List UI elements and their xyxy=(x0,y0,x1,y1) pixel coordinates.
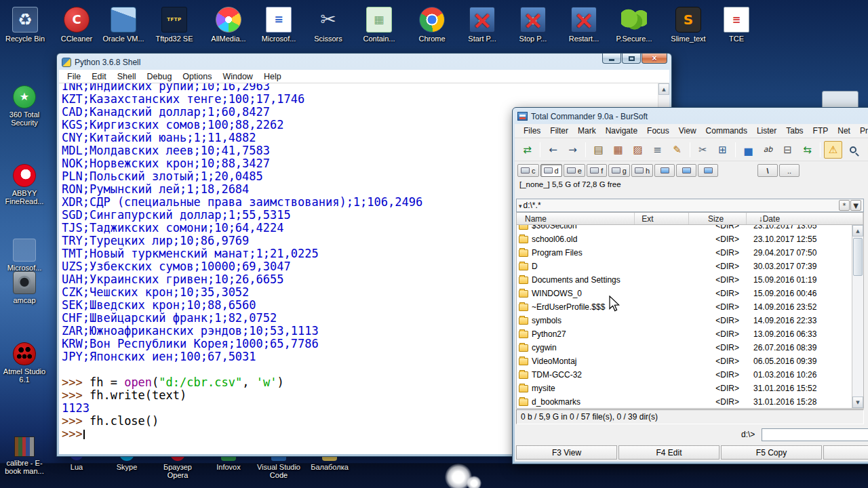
file-row[interactable]: symbols<DIR>14.09.2016 22:33 xyxy=(517,314,852,327)
drive-button-c[interactable]: c xyxy=(517,164,539,177)
menu-item-window[interactable]: Window xyxy=(217,72,258,81)
menu-item-commands[interactable]: Commands xyxy=(701,126,752,136)
drive-button-icon[interactable] xyxy=(676,164,696,177)
fkey-button-f3-view[interactable]: F3 View xyxy=(516,445,617,460)
unpack-icon[interactable]: ▨ xyxy=(629,141,647,159)
desktop-icon-p-secure[interactable]: P.Secure... xyxy=(610,7,658,43)
drive-button-icon[interactable] xyxy=(654,164,675,177)
warning-icon[interactable]: ⚠ xyxy=(824,141,842,159)
menu-item-mark[interactable]: Mark xyxy=(573,126,601,136)
desktop-icon-tftpd32-se[interactable]: TFTPTftpd32 SE xyxy=(150,7,199,43)
file-row[interactable]: $360Section<DIR>23.10.2017 13:05 xyxy=(517,225,852,232)
desktop-icon-recycle-bin[interactable]: ♻Recycle Bin xyxy=(1,7,50,43)
menu-item-navigate[interactable]: Navigate xyxy=(601,126,642,136)
desktop-icon-scissors[interactable]: ✂Scissors xyxy=(304,7,353,43)
column-header-size[interactable]: Size xyxy=(689,213,747,224)
desktop-icon-calibre-e-book-man[interactable]: calibre - E-book man... xyxy=(0,436,49,475)
refresh-icon[interactable]: ⇄ xyxy=(518,141,536,159)
desktop-icon-allmedia[interactable]: AllMedia... xyxy=(204,7,253,43)
drive-button-d[interactable]: d xyxy=(540,164,562,177)
menu-item-shell[interactable]: Shell xyxy=(112,72,142,81)
fkey-button-f4-edit[interactable]: F4 Edit xyxy=(618,445,719,460)
file-row[interactable]: ~ErdUserProfile.$$$<DIR>14.09.2016 23:52 xyxy=(517,300,852,314)
desktop-icon-restart[interactable]: ↻Restart... xyxy=(559,7,608,43)
desktop-icon-contain[interactable]: ▦Contain... xyxy=(355,7,403,43)
history-dropdown-button[interactable]: ▼ xyxy=(850,200,861,211)
file-row[interactable]: d_bookmarks<DIR>31.01.2016 15:28 xyxy=(517,395,852,408)
desktop-icon-microsof[interactable]: ≡Microsof... xyxy=(254,7,303,43)
file-row[interactable]: Program Files<DIR>29.04.2017 07:50 xyxy=(517,246,852,260)
menu-item-focus[interactable]: Focus xyxy=(642,126,674,136)
menu-item-help[interactable]: Help xyxy=(258,72,287,81)
drive-button-e[interactable]: e xyxy=(564,164,585,177)
column-header-date[interactable]: ↓Date xyxy=(747,213,863,224)
maximize-button[interactable] xyxy=(622,54,641,64)
menu-item-filter[interactable]: Filter xyxy=(545,126,573,136)
scroll-up-arrow-icon[interactable] xyxy=(658,83,669,95)
desktop-icon-abbyy-fineread[interactable]: ABBYY FineRead... xyxy=(0,164,49,205)
menu-item-net[interactable]: Net xyxy=(833,126,855,136)
file-row[interactable]: D<DIR>30.03.2017 07:39 xyxy=(517,260,852,273)
desktop-icon-stop-p[interactable]: ■Stop P... xyxy=(509,7,557,43)
pack-icon[interactable]: ▦ xyxy=(609,141,627,159)
drive-button-g[interactable]: g xyxy=(608,164,630,177)
scroll-up-arrow-icon[interactable] xyxy=(852,225,863,237)
menu-item-prefer[interactable]: Prefer xyxy=(855,126,868,136)
file-row[interactable]: school06.old<DIR>23.10.2017 12:55 xyxy=(517,232,852,246)
current-path-bar[interactable]: d:\*.* *▼ xyxy=(516,199,864,212)
scrollbar-thumb[interactable] xyxy=(853,238,863,276)
desktop-icon-360-total-security[interactable]: ★360 Total Security xyxy=(0,85,49,127)
list-view-icon[interactable]: ≡ xyxy=(648,141,667,159)
menu-item-debug[interactable]: Debug xyxy=(142,72,178,81)
drive-button-icon[interactable]: \ xyxy=(757,164,778,177)
menu-item-file[interactable]: File xyxy=(62,72,86,81)
file-row[interactable]: TDM-GCC-32<DIR>01.03.2016 10:26 xyxy=(517,368,852,382)
scroll-down-arrow-icon[interactable] xyxy=(852,396,863,408)
drive-button-f[interactable]: f xyxy=(587,164,607,177)
file-row[interactable]: Python27<DIR>13.09.2016 06:33 xyxy=(517,327,852,341)
sync-dirs-icon[interactable]: ⇆ xyxy=(798,141,816,159)
python-titlebar[interactable]: Python 3.6.8 Shell xyxy=(59,55,669,69)
folder-tree-icon[interactable]: ⊟ xyxy=(778,141,797,159)
desktop-icon-oracle-vm[interactable]: Oracle VM... xyxy=(99,7,148,43)
drive-button-icon[interactable] xyxy=(698,164,718,177)
desktop-icon-amcap[interactable]: amcap xyxy=(0,271,49,304)
file-row[interactable]: Documents and Settings<DIR>15.09.2016 01… xyxy=(517,273,852,287)
desktop-icon-chrome[interactable]: Chrome xyxy=(408,7,456,43)
copy-icon[interactable]: ⊞ xyxy=(713,141,732,159)
file-list-scrollbar[interactable] xyxy=(852,225,863,408)
file-row[interactable]: VideoMontaj<DIR>06.05.2016 09:39 xyxy=(517,354,852,368)
back-icon[interactable]: ← xyxy=(544,141,562,159)
menu-item-options[interactable]: Options xyxy=(177,72,217,81)
fkey-button-icon[interactable] xyxy=(823,445,868,460)
desktop-icon-microsof[interactable]: Microsof... xyxy=(0,239,49,272)
menu-item-edit[interactable]: Edit xyxy=(86,72,112,81)
command-line-input[interactable] xyxy=(762,428,868,441)
desktop-icon-ccleaner[interactable]: CCCleaner xyxy=(52,7,101,43)
open-dir-icon[interactable]: ▤ xyxy=(589,141,608,159)
desktop-icon-atmel-studio-6-1[interactable]: Atmel Studio 6.1 xyxy=(0,342,49,384)
edit-icon[interactable]: ✎ xyxy=(668,141,686,159)
tc-titlebar[interactable]: Total Commander 9.0a - BurSoft xyxy=(515,109,868,123)
drive-button-icon[interactable]: .. xyxy=(779,164,800,177)
desktop-icon-tce[interactable]: ≡TCE xyxy=(712,7,761,43)
menu-item-ftp[interactable]: FTP xyxy=(808,126,833,136)
favorites-button[interactable]: * xyxy=(839,200,850,211)
menu-item-view[interactable]: View xyxy=(674,126,701,136)
search-icon[interactable] xyxy=(844,141,862,159)
notes-icon[interactable]: ▤ xyxy=(863,141,868,159)
menu-item-files[interactable]: Files xyxy=(519,126,545,136)
minimize-button[interactable] xyxy=(602,54,621,64)
file-row[interactable]: WINDOWS_0<DIR>15.09.2016 00:46 xyxy=(517,287,852,300)
column-header-name[interactable]: Name xyxy=(517,213,635,224)
column-header-ext[interactable]: Ext xyxy=(635,213,689,224)
file-row[interactable]: mysite<DIR>31.01.2016 15:52 xyxy=(517,382,852,395)
fkey-button-f5-copy[interactable]: F5 Copy xyxy=(721,445,822,460)
menu-item-lister[interactable]: Lister xyxy=(752,126,781,136)
cut-icon[interactable]: ✂ xyxy=(694,141,712,159)
drive-button-h[interactable]: h xyxy=(631,164,653,177)
desktop-icon-start-p[interactable]: ▶Start P... xyxy=(458,7,507,43)
forward-icon[interactable]: → xyxy=(564,141,582,159)
chart-icon[interactable]: ▅ xyxy=(739,141,757,159)
rename-icon[interactable]: ab xyxy=(759,141,777,159)
